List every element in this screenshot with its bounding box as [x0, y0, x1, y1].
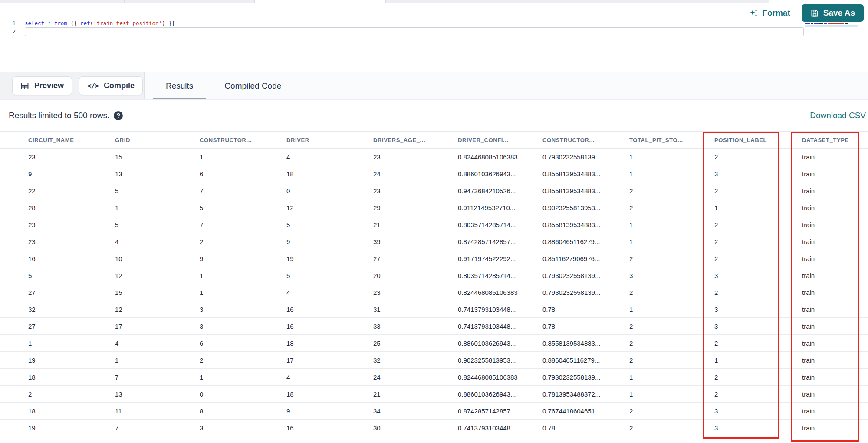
table-cell: 1	[714, 357, 802, 364]
table-cell: 0.8558139534883...	[542, 187, 629, 195]
table-cell: 17	[115, 323, 200, 330]
table-row[interactable]: 271514230.8244680851063830.7930232558139…	[0, 284, 868, 301]
table-row[interactable]: 51215200.8035714285714...0.7930232558139…	[0, 267, 868, 284]
table-cell: 23	[373, 289, 458, 296]
table-cell: 0.8558139534883...	[542, 221, 629, 228]
editor-tab[interactable]	[125, 0, 255, 3]
table-cell: 2	[714, 374, 802, 381]
table-cell: 23	[373, 187, 458, 195]
tab-compiled-code[interactable]: Compiled Code	[214, 72, 292, 99]
compile-label: Compile	[104, 81, 135, 90]
table-cell: 4	[286, 289, 373, 296]
editor-tab-active[interactable]	[255, 0, 386, 3]
column-header[interactable]: DRIVERS_AGE_...	[373, 137, 458, 143]
table-header-row: CIRCUIT_NAMEGRIDCONSTRUCTOR...DRIVERDRIV…	[0, 131, 868, 149]
table-row[interactable]: 197316300.7413793103448...0.7823train	[0, 420, 868, 436]
table-row[interactable]: 281512290.9112149532710...0.902325581395…	[0, 199, 868, 216]
table-cell: 0.9473684210526...	[458, 187, 542, 195]
table-cell: 0.824468085106383	[458, 289, 542, 296]
table-cell: 0.7930232558139...	[542, 374, 629, 381]
preview-button[interactable]: Preview	[12, 76, 72, 95]
code-token-keyword: select	[25, 20, 44, 26]
table-row[interactable]: 913618240.8860103626943...0.855813953488…	[0, 165, 868, 182]
table-cell: 18	[286, 170, 373, 178]
table-row[interactable]: 3212316310.7413793103448...0.7813train	[0, 301, 868, 318]
table-cell: 1	[200, 289, 286, 296]
table-cell: 2	[714, 238, 802, 245]
table-row[interactable]: 213018210.8860103626943...0.781395348837…	[0, 386, 868, 403]
code-token-function: ref	[80, 20, 90, 26]
table-cell: train	[802, 187, 864, 195]
table-cell: 10	[115, 255, 200, 262]
editor-actions: Format Save As	[749, 4, 864, 22]
sql-editor[interactable]: Format Save As 1 2 select * from {{ ref(…	[0, 3, 868, 72]
table-row[interactable]: 231514230.8244680851063830.7930232558139…	[0, 149, 868, 165]
code-token-keyword: from	[54, 20, 67, 26]
table-cell: 32	[373, 357, 458, 364]
table-cell: 3	[629, 272, 714, 279]
table-cell: 0.8558139534883...	[542, 170, 629, 178]
table-cell: 6	[200, 340, 286, 347]
table-cell: 18	[28, 407, 115, 415]
code-brackets-icon: </>	[87, 82, 99, 90]
table-row[interactable]: 181189340.8742857142857...0.767441860465…	[0, 403, 868, 420]
table-cell: 33	[373, 323, 458, 330]
column-header[interactable]: GRID	[115, 137, 200, 143]
table-cell: 34	[373, 407, 458, 415]
table-cell: 23	[28, 221, 115, 228]
table-cell: 23	[373, 153, 458, 161]
table-cell: 0	[200, 390, 286, 398]
table-cell: 3	[714, 170, 802, 178]
table-cell: 0.8511627906976...	[542, 255, 629, 262]
column-header[interactable]: DRIVER	[286, 137, 373, 143]
table-cell: 1	[28, 340, 115, 347]
code-line-1[interactable]: select * from {{ ref('train_test_positio…	[25, 19, 175, 27]
line-number: 1	[0, 19, 19, 27]
table-cell: 3	[714, 306, 802, 313]
code-area[interactable]: select * from {{ ref('train_test_positio…	[25, 19, 175, 27]
editor-tabstrip	[0, 0, 868, 3]
column-header[interactable]: CONSTRUCTOR...	[200, 137, 286, 143]
table-row[interactable]: 1610919270.9171974522292...0.85116279069…	[0, 250, 868, 267]
table-cell: 0.7930232558139...	[542, 272, 629, 279]
download-csv-link[interactable]: Download CSV	[810, 111, 866, 120]
toolbar-buttons: Preview </> Compile	[0, 72, 145, 99]
table-cell: train	[802, 272, 864, 279]
table-cell: 2	[714, 255, 802, 262]
table-cell: 9	[286, 407, 373, 415]
table-row[interactable]: 22570230.9473684210526...0.8558139534883…	[0, 182, 868, 199]
table-cell: 2	[629, 187, 714, 195]
column-header[interactable]: CIRCUIT_NAME	[28, 137, 115, 143]
code-token-plain: )	[162, 20, 165, 26]
table-cell: 13	[115, 170, 200, 178]
table-row[interactable]: 2717316330.7413793103448...0.7823train	[0, 318, 868, 335]
table-row[interactable]: 14618250.8860103626943...0.8558139534883…	[0, 335, 868, 352]
format-button[interactable]: Format	[749, 8, 790, 18]
table-row[interactable]: 23429390.8742857142857...0.8860465116279…	[0, 233, 868, 250]
table-cell: 12	[286, 204, 373, 212]
help-icon[interactable]: ?	[114, 111, 123, 120]
results-info-bar: Results limited to 500 rows. ? Download …	[0, 100, 868, 131]
column-header[interactable]: DRIVER_CONFI...	[458, 137, 542, 143]
table-row[interactable]: 191217320.9023255813953...0.886046511627…	[0, 352, 868, 369]
table-cell: train	[802, 407, 864, 415]
tab-results[interactable]: Results	[155, 72, 204, 99]
table-cell: 0.7413793103448...	[458, 323, 542, 330]
table-cell: 2	[629, 357, 714, 364]
editor-tab[interactable]	[0, 0, 125, 3]
save-as-button[interactable]: Save As	[802, 4, 864, 22]
table-cell: 2	[28, 390, 115, 398]
table-row[interactable]: 23575210.8035714285714...0.8558139534883…	[0, 216, 868, 233]
table-cell: 5	[286, 221, 373, 228]
table-cell: 0.78	[542, 424, 629, 432]
compile-button[interactable]: </> Compile	[79, 76, 143, 95]
table-cell: 0.7413793103448...	[458, 424, 542, 432]
column-header[interactable]: CONSTRUCTOR...	[542, 137, 629, 143]
column-header[interactable]: POSITION_LABEL	[714, 137, 802, 143]
column-header[interactable]: TOTAL_PIT_STO...	[629, 137, 714, 143]
table-cell: 7	[115, 374, 200, 381]
table-cell: 2	[629, 204, 714, 212]
editor-minimap[interactable]	[805, 23, 858, 27]
table-row[interactable]: 18714240.8244680851063830.7930232558139.…	[0, 369, 868, 386]
column-header[interactable]: DATASET_TYPE	[802, 137, 864, 143]
